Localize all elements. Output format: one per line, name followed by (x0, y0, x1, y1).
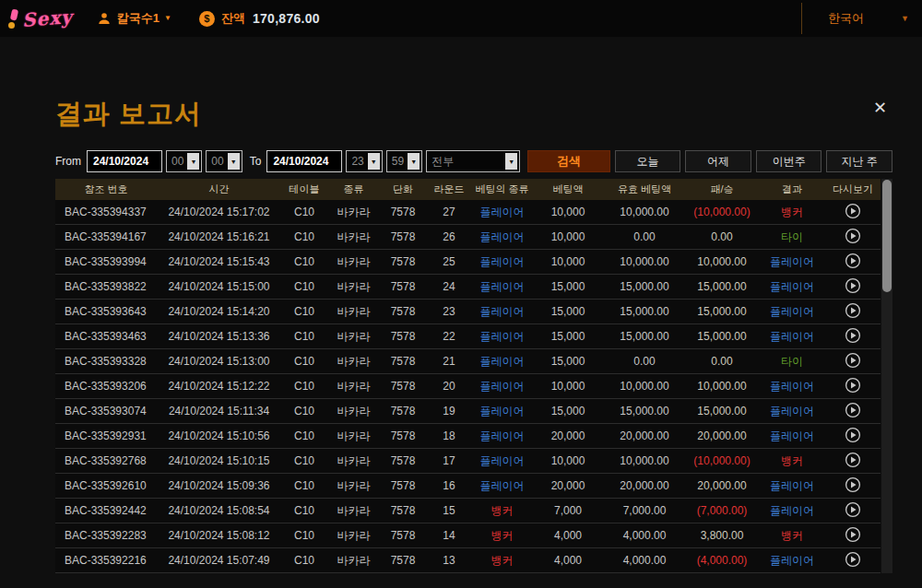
replay-button[interactable] (845, 377, 861, 395)
replay-button[interactable] (845, 476, 861, 495)
cell-bet-amount: 10,000 (532, 206, 604, 218)
last-week-button[interactable]: 지난 주 (826, 150, 892, 172)
play-circle-icon (845, 277, 861, 294)
cell-time: 24/10/2024 15:13:36 (157, 330, 281, 343)
to-date-input[interactable] (266, 150, 342, 172)
from-date-input[interactable] (87, 150, 162, 172)
cell-result: 플레이어 (759, 429, 825, 444)
this-week-button[interactable]: 이번주 (756, 150, 822, 172)
user-menu[interactable]: 칼국수1 ▼ (97, 10, 171, 27)
today-button[interactable]: 오늘 (615, 150, 681, 172)
play-circle-icon (845, 501, 861, 518)
replay-button[interactable] (845, 277, 861, 296)
table-row: BAC-33539332824/10/2024 15:13:00C10바카라75… (55, 349, 881, 374)
cell-game: 바카라 (327, 304, 380, 320)
cell-time: 24/10/2024 15:11:34 (157, 405, 281, 417)
replay-button[interactable] (845, 253, 861, 271)
from-minute-select[interactable]: 00 ▼ (206, 150, 242, 172)
cell-valid-bet: 10,000.00 (604, 454, 685, 467)
play-circle-icon (845, 377, 861, 394)
col-valid-bet: 유효 베팅액 (604, 182, 685, 196)
replay-button[interactable] (845, 302, 861, 321)
cell-win-loss: 0.00 (685, 230, 759, 243)
top-bar: Sexy 칼국수1 ▼ $ 잔액 170,876.00 한국어 ▼ (0, 0, 922, 37)
col-game: 종류 (327, 182, 380, 196)
table-row: BAC-33539433724/10/2024 15:17:02C10바카라75… (55, 200, 881, 225)
cell-valid-bet: 15,000.00 (604, 280, 685, 293)
replay-button[interactable] (845, 203, 861, 221)
col-round: 라운드 (426, 182, 472, 196)
cell-valid-bet: 4,000.00 (604, 529, 685, 542)
cell-bet-type: 플레이어 (472, 379, 532, 394)
table-row: BAC-33539228324/10/2024 15:08:12C10바카라75… (55, 523, 881, 548)
to-hour-value: 23 (351, 155, 363, 168)
scrollbar-thumb[interactable] (882, 180, 892, 292)
yesterday-button[interactable]: 어제 (685, 150, 751, 172)
cell-valid-bet: 15,000.00 (604, 405, 685, 417)
col-bet-type: 베팅의 종류 (472, 182, 532, 196)
cell-currency: 7578 (380, 529, 426, 542)
cell-replay (825, 452, 881, 471)
cell-valid-bet: 10,000.00 (604, 380, 685, 393)
cell-valid-bet: 20,000.00 (604, 429, 685, 442)
to-hour-select[interactable]: 23 ▼ (346, 150, 382, 172)
cell-bet-type: 플레이어 (472, 205, 532, 220)
cell-table: C10 (281, 230, 327, 243)
cell-time: 24/10/2024 15:09:36 (157, 479, 281, 492)
replay-button[interactable] (845, 352, 861, 370)
person-icon (97, 11, 112, 26)
logo-figure-icon (7, 8, 20, 29)
cell-replay (825, 277, 881, 297)
cell-bet-amount: 10,000 (532, 230, 604, 243)
from-hour-select[interactable]: 00 ▼ (166, 150, 202, 172)
table-row: BAC-33539307424/10/2024 15:11:34C10바카라75… (55, 399, 881, 424)
replay-button[interactable] (845, 526, 861, 545)
cell-bet-amount: 4,000 (532, 529, 604, 542)
cell-ref: BAC-335392768 (55, 454, 157, 467)
cell-round: 19 (426, 405, 472, 417)
play-circle-icon (845, 228, 861, 244)
cell-valid-bet: 0.00 (604, 230, 685, 243)
cell-round: 27 (426, 206, 472, 218)
replay-button[interactable] (845, 427, 861, 445)
cell-replay (825, 327, 881, 347)
cell-currency: 7578 (380, 230, 426, 243)
cell-round: 18 (426, 429, 472, 442)
replay-button[interactable] (845, 501, 861, 520)
to-minute-select[interactable]: 59 ▼ (386, 150, 422, 172)
cell-time: 24/10/2024 15:17:02 (157, 206, 281, 218)
cell-bet-amount: 4,000 (532, 554, 604, 567)
table-row: BAC-33539346324/10/2024 15:13:36C10바카라75… (55, 324, 881, 349)
close-icon[interactable]: ✕ (868, 96, 892, 120)
cell-result: 플레이어 (759, 279, 825, 295)
play-circle-icon (845, 253, 861, 269)
replay-button[interactable] (845, 228, 861, 246)
cell-replay (825, 551, 881, 570)
game-type-select[interactable]: 전부 ▼ (426, 150, 520, 172)
cell-result: 플레이어 (759, 478, 825, 494)
cell-round: 16 (426, 479, 472, 492)
language-label: 한국어 (828, 10, 864, 27)
language-selector[interactable]: 한국어 ▼ (801, 0, 909, 37)
from-hour-value: 00 (171, 155, 183, 168)
cell-bet-type: 뱅커 (472, 503, 532, 519)
cell-ref: BAC-335392283 (55, 529, 157, 542)
replay-button[interactable] (845, 327, 861, 346)
cell-table: C10 (281, 380, 327, 393)
cell-win-loss: 10,000.00 (685, 255, 759, 268)
cell-win-loss: 15,000.00 (685, 280, 759, 293)
replay-button[interactable] (845, 402, 861, 420)
cell-bet-type: 플레이어 (472, 304, 532, 320)
cell-replay (825, 501, 881, 521)
logo[interactable]: Sexy (7, 7, 73, 29)
replay-button[interactable] (845, 452, 861, 470)
cell-currency: 7578 (380, 554, 426, 567)
filter-bar: From 00 ▼ 00 ▼ To 23 ▼ 59 ▼ 전부 ▼ 검색 오늘 어… (55, 150, 892, 172)
search-button[interactable]: 검색 (527, 150, 610, 172)
cell-win-loss: (7,000.00) (685, 504, 759, 517)
cell-round: 21 (426, 355, 472, 368)
table-scrollbar[interactable] (881, 179, 892, 573)
replay-button[interactable] (845, 551, 861, 570)
cell-valid-bet: 15,000.00 (604, 330, 685, 343)
table-row: BAC-33539364324/10/2024 15:14:20C10바카라75… (55, 300, 881, 324)
